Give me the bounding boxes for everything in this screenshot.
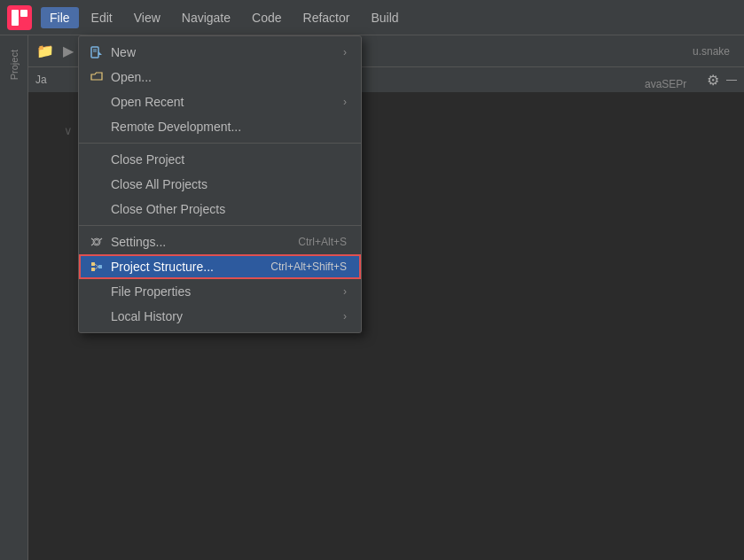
new-arrow: › <box>343 46 347 58</box>
local-history-label: Local History <box>111 309 329 323</box>
menu-close-other[interactable]: Close Other Projects <box>79 197 361 222</box>
menu-item-code[interactable]: Code <box>243 7 290 28</box>
svg-line-8 <box>91 238 94 240</box>
menu-item-build[interactable]: Build <box>362 7 407 28</box>
menu-close-all[interactable]: Close All Projects <box>79 172 361 197</box>
menu-open-recent[interactable]: Open Recent › <box>79 89 361 114</box>
panel-label: Ja <box>35 74 47 86</box>
menu-item-edit[interactable]: Edit <box>82 7 121 28</box>
right-content-area: avaSEPr <box>638 71 744 97</box>
svg-marker-7 <box>98 51 102 55</box>
sidebar-strip: Project <box>0 35 28 560</box>
project-structure-label: Project Structure... <box>111 260 228 274</box>
new-icon <box>90 45 104 59</box>
svg-rect-3 <box>20 19 27 26</box>
svg-line-14 <box>95 264 98 267</box>
close-other-icon <box>90 202 104 216</box>
menu-item-refactor[interactable]: Refactor <box>294 7 359 28</box>
project-sidebar-label: Project <box>9 50 20 80</box>
svg-rect-0 <box>7 5 32 30</box>
remote-dev-icon <box>90 120 104 134</box>
divider-1 <box>79 143 361 144</box>
project-tree-hint: ∨ <box>64 124 73 137</box>
menu-remote-dev[interactable]: Remote Development... <box>79 114 361 139</box>
menu-open[interactable]: Open... <box>79 65 361 89</box>
divider-2 <box>79 225 361 226</box>
svg-rect-2 <box>20 10 27 17</box>
menu-item-navigate[interactable]: Navigate <box>173 7 239 28</box>
open-icon <box>90 70 104 84</box>
svg-rect-12 <box>91 268 95 271</box>
menu-bar: File Edit View Navigate Code Refactor Bu… <box>0 0 744 35</box>
file-dropdown-menu: New › Open... Open Recent › Remote Devel… <box>78 35 362 333</box>
svg-rect-4 <box>91 47 98 58</box>
project-structure-icon <box>90 260 104 274</box>
java-text: avaSEPr <box>645 78 686 90</box>
close-project-label: Close Project <box>111 152 347 167</box>
svg-line-10 <box>100 238 103 240</box>
settings-label: Settings... <box>111 235 255 249</box>
local-history-arrow: › <box>343 310 347 323</box>
file-properties-arrow: › <box>343 285 347 298</box>
svg-rect-11 <box>91 262 95 266</box>
menu-local-history[interactable]: Local History › <box>79 304 361 329</box>
menu-file-properties[interactable]: File Properties › <box>79 279 361 304</box>
svg-rect-13 <box>98 265 102 268</box>
open-recent-label: Open Recent <box>111 95 329 109</box>
menu-settings[interactable]: Settings... Ctrl+Alt+S <box>79 229 361 254</box>
project-structure-shortcut: Ctrl+Alt+Shift+S <box>270 261 347 273</box>
file-properties-icon <box>90 284 104 299</box>
local-history-icon <box>90 309 104 323</box>
menu-project-structure[interactable]: Project Structure... Ctrl+Alt+Shift+S <box>79 254 361 279</box>
menu-item-file[interactable]: File <box>41 7 79 28</box>
svg-line-15 <box>95 267 98 269</box>
file-properties-label: File Properties <box>111 284 329 299</box>
app-logo <box>7 5 32 30</box>
toolbar-folder-icon: 📁 <box>35 42 55 61</box>
menu-close-project[interactable]: Close Project <box>79 147 361 172</box>
open-recent-arrow: › <box>343 96 347 108</box>
svg-line-9 <box>91 244 94 245</box>
menu-new[interactable]: New › <box>79 40 361 65</box>
toolbar-run-icon: ▶ <box>59 42 78 61</box>
svg-rect-1 <box>12 10 19 26</box>
open-recent-icon <box>90 95 104 109</box>
new-label: New <box>111 45 329 59</box>
close-other-label: Close Other Projects <box>111 202 347 216</box>
close-all-icon <box>90 177 104 191</box>
toolbar-filename: u.snake <box>693 45 730 58</box>
open-label: Open... <box>111 70 347 84</box>
close-all-label: Close All Projects <box>111 177 347 191</box>
remote-dev-label: Remote Development... <box>111 120 347 134</box>
settings-shortcut: Ctrl+Alt+S <box>298 236 347 248</box>
close-project-icon <box>90 152 104 167</box>
menu-item-view[interactable]: View <box>125 7 169 28</box>
settings-icon <box>90 235 104 249</box>
